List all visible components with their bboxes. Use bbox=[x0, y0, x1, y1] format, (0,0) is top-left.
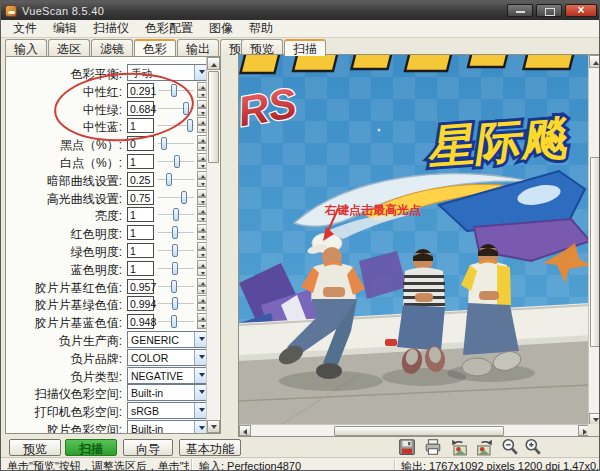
slider-thumb[interactable] bbox=[172, 262, 178, 275]
maximize-icon[interactable] bbox=[536, 4, 562, 17]
setting-select[interactable]: Built-in bbox=[127, 384, 209, 401]
menu-item-色彩配置[interactable]: 色彩配置 bbox=[137, 19, 201, 38]
slider-thumb[interactable] bbox=[187, 119, 193, 132]
setting-row: 扫描仪色彩空间:Built-in bbox=[6, 384, 220, 402]
slider-thumb[interactable] bbox=[172, 297, 178, 310]
minimize-icon[interactable] bbox=[507, 4, 533, 17]
setting-row: 胶片片基红色值:0.957 bbox=[6, 278, 220, 296]
setting-value-input[interactable]: 0 bbox=[127, 136, 154, 151]
tab-输入[interactable]: 输入 bbox=[5, 39, 47, 56]
setting-slider[interactable] bbox=[158, 190, 194, 205]
image-vscrollbar[interactable] bbox=[588, 55, 600, 426]
scan-image-panel: RS 星际飚 bbox=[238, 54, 600, 437]
slider-thumb[interactable] bbox=[174, 155, 180, 168]
setting-row: 负片品牌:COLOR bbox=[6, 349, 220, 367]
tab-扫描[interactable]: 扫描 bbox=[284, 39, 326, 56]
setting-value-input[interactable]: 0.25 bbox=[127, 172, 154, 187]
zoom-out-icon[interactable] bbox=[501, 438, 519, 456]
rotate-left-icon[interactable] bbox=[450, 438, 468, 456]
setting-slider[interactable] bbox=[158, 101, 194, 116]
setting-slider[interactable] bbox=[158, 261, 194, 276]
menu-item-文件[interactable]: 文件 bbox=[5, 19, 45, 38]
扫描-button[interactable]: 扫描 bbox=[65, 439, 117, 456]
setting-value-input[interactable]: 0.75 bbox=[127, 190, 154, 205]
scanned-photo[interactable]: RS 星际飚 bbox=[239, 55, 590, 426]
setting-value-input[interactable]: 0.948 bbox=[127, 314, 154, 329]
setting-select[interactable]: GENERIC bbox=[127, 331, 209, 348]
setting-value-input[interactable]: 0.684 bbox=[127, 101, 154, 116]
setting-label: 负片品牌: bbox=[6, 351, 122, 368]
tab-色彩[interactable]: 色彩 bbox=[134, 39, 176, 56]
save-icon[interactable] bbox=[398, 438, 416, 456]
setting-label: 负片生产商: bbox=[6, 333, 122, 350]
setting-value-input[interactable]: 1 bbox=[127, 225, 154, 240]
setting-slider[interactable] bbox=[158, 314, 194, 329]
tab-滤镜[interactable]: 滤镜 bbox=[91, 39, 133, 56]
tab-输出[interactable]: 输出 bbox=[177, 39, 219, 56]
slider-thumb[interactable] bbox=[183, 102, 189, 115]
基本功能-button[interactable]: 基本功能 bbox=[179, 439, 241, 456]
setting-value-input[interactable]: 0.957 bbox=[127, 279, 154, 294]
statusbar: 单击"预览"按钮，调整选区后，单击"扫描" 输入: Perfection4870… bbox=[1, 457, 600, 471]
scrollbar-thumb[interactable] bbox=[590, 157, 600, 347]
slider-thumb[interactable] bbox=[171, 84, 177, 97]
action-row: 预览扫描向导基本功能 bbox=[1, 437, 600, 457]
scroll-down-icon[interactable] bbox=[207, 420, 220, 433]
menu-item-编辑[interactable]: 编辑 bbox=[45, 19, 85, 38]
setting-value-input[interactable]: 1 bbox=[127, 154, 154, 169]
scroll-up-icon[interactable] bbox=[589, 55, 600, 68]
setting-value-input[interactable]: 1 bbox=[127, 118, 154, 133]
scroll-left-icon[interactable] bbox=[239, 425, 251, 436]
setting-select[interactable]: COLOR bbox=[127, 349, 209, 366]
scroll-up-icon[interactable] bbox=[207, 57, 220, 70]
image-hscrollbar[interactable] bbox=[239, 424, 590, 436]
setting-value-input[interactable]: 0.994 bbox=[127, 296, 154, 311]
close-icon[interactable] bbox=[565, 4, 597, 17]
setting-value-input[interactable]: 1 bbox=[127, 261, 154, 276]
workspace: 输入选区滤镜色彩输出预置 色彩平衡:手动中性红:0.291中性绿:0.684中性… bbox=[1, 38, 600, 437]
slider-thumb[interactable] bbox=[172, 226, 178, 239]
status-separator bbox=[394, 459, 396, 471]
slider-thumb[interactable] bbox=[173, 208, 179, 221]
setting-select[interactable]: NEGATIVE bbox=[127, 367, 209, 384]
setting-slider[interactable] bbox=[158, 225, 194, 240]
setting-slider[interactable] bbox=[158, 118, 194, 133]
setting-select[interactable]: Built-in bbox=[127, 420, 209, 434]
setting-label: 中性绿: bbox=[6, 102, 122, 119]
tab-选区[interactable]: 选区 bbox=[48, 39, 90, 56]
setting-slider[interactable] bbox=[158, 172, 194, 187]
zoom-in-icon[interactable] bbox=[524, 438, 542, 456]
向导-button[interactable]: 向导 bbox=[123, 439, 173, 456]
slider-thumb[interactable] bbox=[172, 244, 178, 257]
setting-value-input[interactable]: 1 bbox=[127, 207, 154, 222]
setting-label: 胶片色彩空间: bbox=[6, 422, 122, 434]
setting-slider[interactable] bbox=[158, 296, 194, 311]
setting-slider[interactable] bbox=[158, 243, 194, 258]
slider-thumb[interactable] bbox=[166, 173, 172, 186]
slider-thumb[interactable] bbox=[171, 280, 177, 293]
settings-scrollbar[interactable] bbox=[206, 57, 219, 433]
slider-thumb[interactable] bbox=[161, 137, 167, 150]
setting-slider[interactable] bbox=[158, 207, 194, 222]
setting-slider[interactable] bbox=[158, 136, 194, 151]
setting-slider[interactable] bbox=[158, 279, 194, 294]
setting-slider[interactable] bbox=[158, 154, 194, 169]
slider-thumb[interactable] bbox=[171, 315, 177, 328]
menu-item-帮助[interactable]: 帮助 bbox=[241, 19, 281, 38]
print-icon[interactable] bbox=[424, 438, 442, 456]
select-value: Built-in bbox=[131, 387, 163, 399]
setting-slider[interactable] bbox=[158, 83, 194, 98]
setting-select[interactable]: 手动 bbox=[127, 64, 209, 81]
预览-button[interactable]: 预览 bbox=[9, 439, 61, 456]
scrollbar-thumb[interactable] bbox=[334, 426, 504, 436]
menu-item-扫描仪[interactable]: 扫描仪 bbox=[85, 19, 137, 38]
setting-value-input[interactable]: 0.291 bbox=[127, 83, 154, 98]
setting-label: 绿色明度: bbox=[6, 244, 122, 261]
setting-value-input[interactable]: 1 bbox=[127, 243, 154, 258]
slider-thumb[interactable] bbox=[181, 191, 187, 204]
setting-select[interactable]: sRGB bbox=[127, 402, 209, 419]
scrollbar-thumb[interactable] bbox=[208, 71, 219, 163]
menu-item-图像[interactable]: 图像 bbox=[201, 19, 241, 38]
setting-row: 暗部曲线设置:0.25 bbox=[6, 171, 220, 189]
rotate-right-icon[interactable] bbox=[476, 438, 494, 456]
